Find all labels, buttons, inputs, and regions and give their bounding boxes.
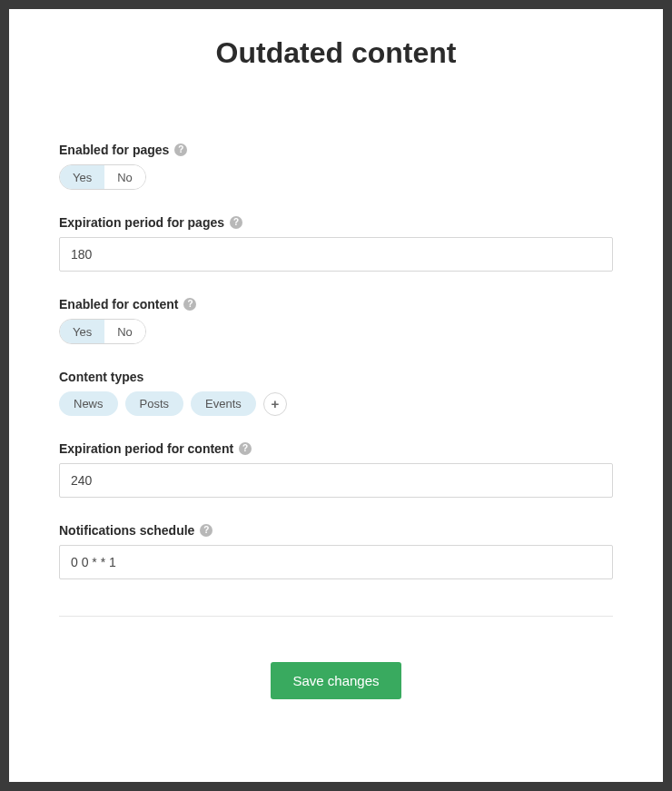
input-expiration-content[interactable] — [59, 463, 613, 498]
page-title: Outdated content — [59, 36, 613, 70]
toggle-no[interactable]: No — [104, 320, 145, 343]
field-enabled-for-pages: Enabled for pages ? Yes No — [59, 143, 613, 190]
tag-news[interactable]: News — [59, 391, 118, 416]
field-expiration-content: Expiration period for content ? — [59, 441, 613, 498]
field-content-types: Content types News Posts Events + — [59, 370, 613, 416]
help-icon[interactable]: ? — [183, 298, 196, 311]
input-notifications-schedule[interactable] — [59, 545, 613, 579]
content-types-tags: News Posts Events + — [59, 391, 613, 416]
field-label: Content types — [59, 370, 143, 384]
toggle-enabled-content: Yes No — [59, 319, 146, 344]
save-button[interactable]: Save changes — [271, 662, 400, 699]
field-label: Enabled for pages — [59, 143, 169, 157]
help-icon[interactable]: ? — [174, 143, 187, 156]
field-label: Expiration period for pages — [59, 215, 224, 230]
toggle-no[interactable]: No — [104, 165, 145, 189]
settings-panel: Outdated content Enabled for pages ? Yes… — [9, 9, 663, 782]
toggle-enabled-pages: Yes No — [59, 164, 146, 190]
help-icon[interactable]: ? — [230, 216, 242, 229]
field-label: Notifications schedule — [59, 523, 194, 538]
toggle-yes[interactable]: Yes — [60, 320, 104, 343]
field-label: Expiration period for content — [59, 441, 233, 456]
toggle-yes[interactable]: Yes — [60, 165, 104, 189]
divider — [59, 616, 613, 617]
tag-posts[interactable]: Posts — [125, 391, 184, 416]
field-label: Enabled for content — [59, 297, 178, 311]
help-icon[interactable]: ? — [239, 442, 252, 455]
field-enabled-for-content: Enabled for content ? Yes No — [59, 297, 613, 344]
help-icon[interactable]: ? — [200, 524, 212, 537]
field-notifications-schedule: Notifications schedule ? — [59, 523, 613, 579]
tag-events[interactable]: Events — [191, 391, 256, 416]
add-tag-button[interactable]: + — [263, 392, 287, 416]
field-expiration-pages: Expiration period for pages ? — [59, 215, 613, 272]
button-row: Save changes — [59, 662, 613, 699]
input-expiration-pages[interactable] — [59, 237, 613, 272]
